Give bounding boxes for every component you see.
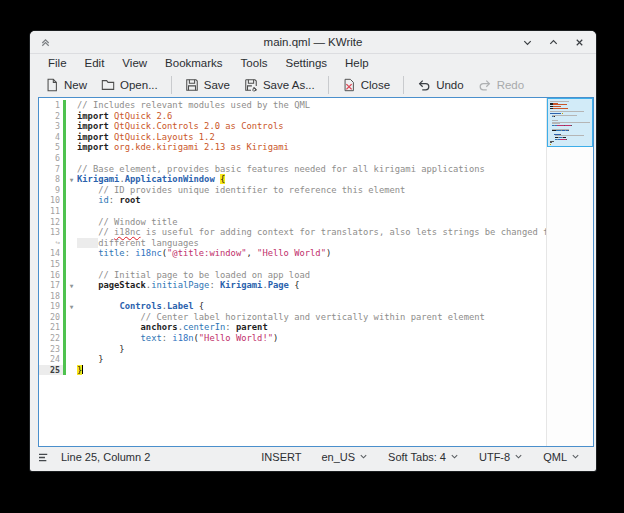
- fold-column: [66, 270, 77, 281]
- cursor-position-label[interactable]: Line 25, Column 2: [61, 451, 150, 463]
- fold-column: [66, 344, 77, 355]
- line-number: 7: [39, 164, 63, 175]
- code-token: Label: [167, 301, 193, 311]
- code-token: text: [141, 333, 162, 343]
- close-button[interactable]: Close: [335, 75, 397, 95]
- menu-help[interactable]: Help: [337, 55, 377, 71]
- status-utf-8[interactable]: UTF-8: [471, 448, 531, 466]
- status-insert[interactable]: INSERT: [253, 448, 309, 466]
- toolbar-button-label: Redo: [497, 79, 525, 91]
- fold-column: [66, 354, 77, 365]
- code-line: 9 // ID provides unique identifier to re…: [39, 185, 546, 196]
- menu-edit[interactable]: Edit: [77, 55, 113, 71]
- line-number: 25: [39, 365, 63, 376]
- code-token: anchors: [141, 322, 178, 332]
- menu-bar: FileEditViewBookmarksToolsSettingsHelp: [30, 54, 596, 72]
- code-line-text: title: i18nc("@title:window", "Hello Wor…: [77, 248, 546, 259]
- title-bar[interactable]: main.qml — KWrite: [30, 31, 596, 54]
- line-number: 13: [39, 227, 63, 238]
- code-line-text: // Includes relevant modules used by the…: [77, 100, 546, 111]
- code-line-text: }: [77, 354, 546, 365]
- line-number: 15: [39, 259, 63, 270]
- menu-settings[interactable]: Settings: [277, 55, 335, 71]
- tool-views-icon[interactable]: [38, 452, 51, 463]
- line-number: 6: [39, 153, 63, 164]
- fold-column: [66, 248, 77, 259]
- menu-file[interactable]: File: [40, 55, 75, 71]
- close-button[interactable]: [572, 35, 586, 49]
- chevron-down-icon: [514, 451, 523, 463]
- fold-column: [66, 195, 77, 206]
- minimap-scrollbar[interactable]: [546, 98, 593, 446]
- code-fold-arrow-icon[interactable]: ▼: [66, 280, 77, 291]
- status-en-us[interactable]: en_US: [313, 448, 376, 466]
- code-token: i18nc: [114, 227, 140, 237]
- code-token: ApplicationWindow: [125, 174, 215, 184]
- code-token: Page: [268, 280, 289, 290]
- code-line: 5import org.kde.kirigami 2.13 as Kirigam…: [39, 142, 546, 153]
- code-line-text: // Initial page to be loaded on app load: [77, 270, 546, 281]
- code-line: 2import QtQuick 2.6: [39, 111, 546, 122]
- code-line: 23 }: [39, 344, 546, 355]
- code-token: Kirigami: [77, 174, 119, 184]
- code-line: 6: [39, 153, 546, 164]
- code-line-text: id: root: [77, 195, 546, 206]
- menu-tools[interactable]: Tools: [233, 55, 276, 71]
- status-qml[interactable]: QML: [535, 448, 588, 466]
- open-button[interactable]: Open...: [94, 75, 165, 95]
- code-line: 24 }: [39, 354, 546, 365]
- code-line-text: anchors.centerIn: parent: [77, 322, 546, 333]
- minimap-token: [555, 122, 590, 123]
- code-line-text: [77, 153, 546, 164]
- fold-column: [66, 312, 77, 323]
- code-token: [77, 195, 98, 205]
- save-button[interactable]: Save: [178, 75, 237, 95]
- code-token: // Center label horizontally and vertica…: [141, 312, 485, 322]
- line-number: 16: [39, 270, 63, 281]
- close-document-icon: [342, 78, 356, 92]
- code-line-text: import QtQuick.Layouts 1.2: [77, 132, 546, 143]
- code-fold-arrow-icon[interactable]: ▼: [66, 301, 77, 312]
- text-editor[interactable]: 1// Includes relevant modules used by th…: [38, 97, 594, 447]
- code-line-text: }: [77, 344, 546, 355]
- toolbar-separator: [328, 76, 329, 94]
- minimize-button[interactable]: [520, 35, 534, 49]
- line-number: 12: [39, 217, 63, 228]
- code-token: root: [119, 195, 140, 205]
- toolbar-button-label: Save As...: [263, 79, 315, 91]
- fold-column: [66, 132, 77, 143]
- line-number: 14: [39, 248, 63, 259]
- code-line: 10 id: root: [39, 195, 546, 206]
- maximize-button[interactable]: [546, 35, 560, 49]
- code-area[interactable]: 1// Includes relevant modules used by th…: [39, 100, 546, 446]
- code-token: [77, 270, 98, 280]
- status-item-label: UTF-8: [479, 451, 510, 463]
- code-fold-arrow-icon[interactable]: ▼: [66, 174, 77, 185]
- code-line: 22 text: i18n("Hello World!"): [39, 333, 546, 344]
- line-number: 10: [39, 195, 63, 206]
- redo-button[interactable]: Redo: [471, 75, 532, 95]
- saveas-button[interactable]: Save As...: [237, 75, 322, 95]
- code-token: initialPage: [151, 280, 209, 290]
- code-line: 16 // Initial page to be loaded on app l…: [39, 270, 546, 281]
- fold-column: [66, 100, 77, 111]
- code-token: // Window title: [98, 217, 177, 227]
- code-line: 12 // Window title: [39, 217, 546, 228]
- status-soft-tabs-4[interactable]: Soft Tabs: 4: [380, 448, 467, 466]
- code-line-text: }: [77, 365, 546, 376]
- toolbar-button-label: New: [64, 79, 87, 91]
- code-token: "@title:window": [167, 248, 246, 258]
- minimap-token: [553, 108, 568, 109]
- code-token: "Hello World": [257, 248, 326, 258]
- code-token: QtQuick.Layouts 1.2: [114, 132, 215, 142]
- undo-button[interactable]: Undo: [410, 75, 471, 95]
- menu-bookmarks[interactable]: Bookmarks: [157, 55, 231, 71]
- menu-view[interactable]: View: [114, 55, 155, 71]
- code-token: ,: [247, 248, 258, 258]
- code-line: 4import QtQuick.Layouts 1.2: [39, 132, 546, 143]
- code-line-text: // Center label horizontally and vertica…: [77, 312, 546, 323]
- line-number: 22: [39, 333, 63, 344]
- code-token: // Initial page to be loaded on app load: [98, 270, 310, 280]
- code-line-text: import org.kde.kirigami 2.13 as Kirigami: [77, 142, 546, 153]
- new-button[interactable]: New: [38, 75, 94, 95]
